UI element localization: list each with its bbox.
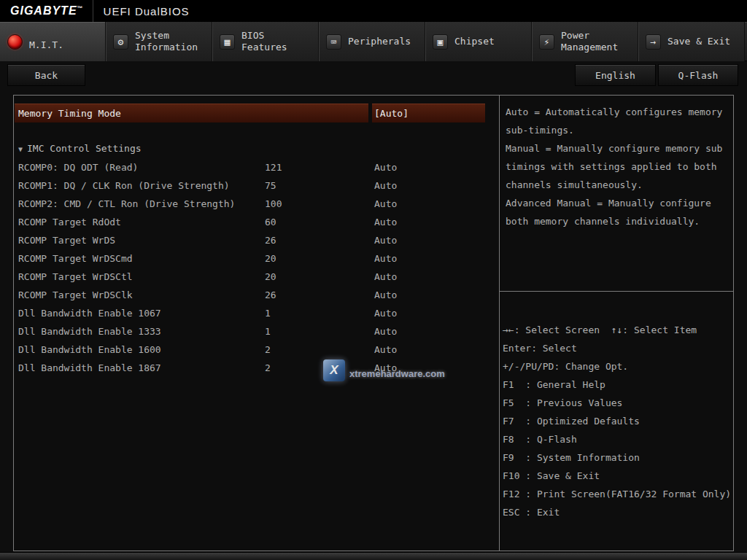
setting-row[interactable]: RCOMP Target WrDSCmd 20 Auto bbox=[14, 249, 499, 268]
setting-value[interactable]: [Auto] bbox=[372, 104, 485, 122]
settings-pane: Memory Timing Mode [Auto] ▼IMC Control S… bbox=[14, 96, 499, 551]
setting-label: Dll Bandwidth Enable 1067 bbox=[18, 304, 265, 322]
shortcut-line: +/-/PU/PD: Change Opt. bbox=[503, 357, 733, 376]
setting-row[interactable]: RCOMP Target RdOdt 60 Auto bbox=[14, 213, 499, 231]
back-button[interactable]: Back bbox=[7, 64, 85, 86]
setting-row[interactable]: RCOMP Target WrDSCtl 20 Auto bbox=[14, 268, 499, 286]
bios-screen: GIGABYTE™ UEFI DualBIOS M.I.T. ⚙ System … bbox=[0, 0, 747, 560]
setting-label: RCOMP Target WrDSCtl bbox=[18, 268, 265, 286]
content-area: Memory Timing Mode [Auto] ▼IMC Control S… bbox=[13, 95, 734, 551]
setting-row[interactable]: RCOMP0: DQ ODT (Read) 121 Auto bbox=[14, 158, 499, 176]
mit-logo-icon bbox=[7, 34, 23, 50]
tab-bar: M.I.T. ⚙ System Information ▦ BIOS Featu… bbox=[0, 22, 747, 61]
qflash-button[interactable]: Q-Flash bbox=[658, 64, 738, 86]
tab-label: Power bbox=[561, 30, 618, 42]
setting-value: 60 bbox=[265, 213, 374, 231]
setting-mode: Auto bbox=[374, 286, 499, 304]
settings-list: RCOMP0: DQ ODT (Read) 121 Auto RCOMP1: D… bbox=[14, 158, 499, 377]
firmware-title: UEFI DualBIOS bbox=[93, 5, 190, 18]
tab-label: Features bbox=[241, 42, 287, 53]
shortcut-line: F12 : Print Screen(FAT16/32 Format Only) bbox=[503, 485, 733, 503]
setting-mode: Auto bbox=[374, 304, 499, 322]
tab-power-management[interactable]: ⚡ Power Management bbox=[532, 22, 638, 61]
chipset-icon: ▣ bbox=[433, 34, 448, 50]
collapse-triangle-icon: ▼ bbox=[18, 145, 23, 153]
shortcut-line: Enter: Select bbox=[503, 339, 733, 357]
setting-label: RCOMP2: CMD / CTL Ron (Drive Strength) bbox=[18, 195, 265, 213]
tab-peripherals[interactable]: ⌨ Peripherals bbox=[319, 22, 425, 61]
setting-label: Dll Bandwidth Enable 1600 bbox=[18, 341, 265, 359]
shortcut-line: F9 : System Information bbox=[503, 448, 733, 467]
help-pane: Auto = Automatically configures memory s… bbox=[499, 96, 733, 551]
tab-label: M.I.T. bbox=[29, 39, 63, 51]
setting-mode: Auto bbox=[374, 195, 499, 213]
language-button[interactable]: English bbox=[575, 64, 656, 86]
setting-row[interactable]: Dll Bandwidth Enable 1867 2 Auto bbox=[14, 359, 499, 377]
setting-label: RCOMP Target RdOdt bbox=[18, 213, 265, 231]
footer-bar bbox=[0, 552, 747, 560]
help-text-line: Manual = Manually configure memory sub t… bbox=[506, 139, 730, 194]
tab-label: Peripherals bbox=[348, 36, 411, 47]
shortcut-line: F10 : Save & Exit bbox=[503, 467, 733, 485]
setting-value: 2 bbox=[265, 341, 374, 359]
setting-row[interactable]: Dll Bandwidth Enable 1067 1 Auto bbox=[14, 304, 499, 322]
setting-mode: Auto bbox=[374, 176, 499, 195]
tab-bios-features[interactable]: ▦ BIOS Features bbox=[212, 22, 319, 61]
setting-value: 100 bbox=[265, 195, 374, 213]
setting-label: RCOMP0: DQ ODT (Read) bbox=[18, 158, 265, 176]
help-panel: Auto = Automatically configures memory s… bbox=[500, 96, 733, 292]
setting-row[interactable]: Dll Bandwidth Enable 1600 2 Auto bbox=[14, 341, 499, 359]
shortcut-line: F1 : General Help bbox=[503, 376, 733, 394]
shortcut-line: ESC : Exit bbox=[503, 503, 733, 521]
shortcuts-panel: →←: Select Screen ↑↓: Select ItemEnter: … bbox=[500, 292, 733, 521]
brand-text: GIGABYTE bbox=[10, 4, 77, 18]
setting-label: RCOMP Target WrDSClk bbox=[18, 286, 265, 304]
setting-label: Memory Timing Mode bbox=[15, 104, 368, 122]
setting-row[interactable]: RCOMP Target WrDSClk 26 Auto bbox=[14, 286, 499, 304]
setting-mode: Auto bbox=[374, 249, 499, 268]
setting-row[interactable]: Dll Bandwidth Enable 1333 1 Auto bbox=[14, 322, 499, 341]
tab-mit[interactable]: M.I.T. bbox=[0, 22, 106, 61]
tab-label: Save & Exit bbox=[667, 36, 730, 47]
tab-label: Information bbox=[135, 42, 198, 53]
setting-mode: Auto bbox=[374, 359, 499, 377]
tab-label: Management bbox=[561, 42, 618, 53]
setting-mode: Auto bbox=[374, 341, 499, 359]
setting-row[interactable]: RCOMP2: CMD / CTL Ron (Drive Strength) 1… bbox=[14, 195, 499, 213]
setting-row[interactable]: RCOMP1: DQ / CLK Ron (Drive Strength) 75… bbox=[14, 176, 499, 195]
setting-value: 20 bbox=[265, 249, 374, 268]
tab-label: System bbox=[135, 30, 198, 42]
setting-mode: Auto bbox=[374, 268, 499, 286]
shortcut-line: F5 : Previous Values bbox=[503, 394, 733, 412]
section-header-imc[interactable]: ▼IMC Control Settings bbox=[14, 139, 499, 158]
tab-system-information[interactable]: ⚙ System Information bbox=[106, 22, 212, 61]
setting-value: 2 bbox=[265, 359, 374, 377]
setting-mode: Auto bbox=[374, 213, 499, 231]
tab-save-exit[interactable]: → Save & Exit bbox=[638, 22, 745, 61]
shortcut-line: F8 : Q-Flash bbox=[503, 430, 733, 448]
shortcut-line: →←: Select Screen ↑↓: Select Item bbox=[503, 321, 733, 339]
setting-label: RCOMP1: DQ / CLK Ron (Drive Strength) bbox=[18, 176, 265, 195]
setting-value: 121 bbox=[265, 158, 374, 176]
setting-row[interactable]: RCOMP Target WrDS 26 Auto bbox=[14, 231, 499, 249]
setting-row-selected[interactable]: Memory Timing Mode [Auto] bbox=[15, 104, 485, 122]
peripherals-icon: ⌨ bbox=[326, 34, 341, 50]
setting-mode: Auto bbox=[374, 231, 499, 249]
shortcut-line: F7 : Optimized Defaults bbox=[503, 412, 733, 430]
setting-value: 20 bbox=[265, 268, 374, 286]
exit-icon: → bbox=[646, 34, 661, 50]
setting-value: 75 bbox=[265, 176, 374, 195]
setting-label: RCOMP Target WrDS bbox=[18, 231, 265, 249]
setting-mode: Auto bbox=[374, 322, 499, 341]
gigabyte-logo: GIGABYTE™ bbox=[0, 4, 93, 18]
bios-features-icon: ▦ bbox=[220, 34, 235, 50]
tab-label: Chipset bbox=[454, 36, 495, 47]
setting-label: RCOMP Target WrDSCmd bbox=[18, 249, 265, 268]
setting-value: 1 bbox=[265, 322, 374, 341]
tab-chipset[interactable]: ▣ Chipset bbox=[425, 22, 532, 61]
setting-label: Dll Bandwidth Enable 1333 bbox=[18, 322, 265, 341]
help-text-line: Auto = Automatically configures memory s… bbox=[506, 103, 730, 139]
trademark-symbol: ™ bbox=[77, 5, 84, 12]
setting-value: 1 bbox=[265, 304, 374, 322]
setting-value: 26 bbox=[265, 286, 374, 304]
